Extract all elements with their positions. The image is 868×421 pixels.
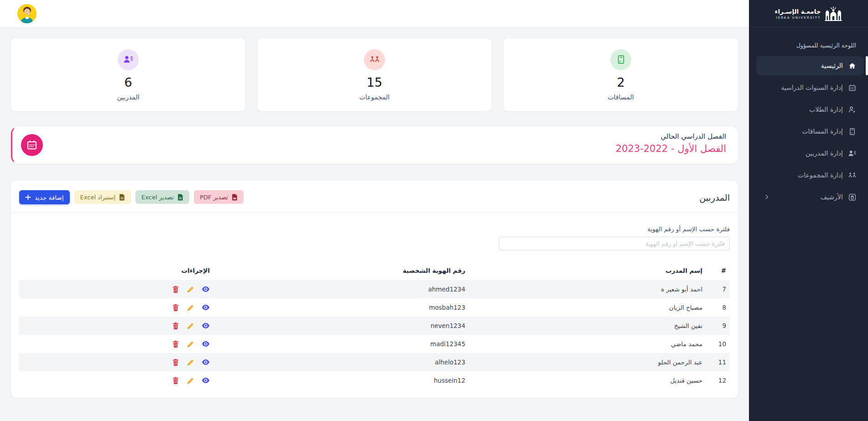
export-excel-button[interactable]: تصدير Excel xyxy=(135,190,189,204)
sidebar-item-label: إدارة الطلاب xyxy=(809,106,843,113)
trainer-name: محمد ماضي xyxy=(469,335,706,353)
row-num: 9 xyxy=(706,317,730,335)
toolbar: إضافة جديد إستيراد Excel تصدير Excel xyxy=(19,190,244,204)
edit-button[interactable] xyxy=(187,322,194,330)
edit-button[interactable] xyxy=(187,304,194,312)
semester-title: الفصل الدراسي الحالي xyxy=(616,132,726,140)
table-row: 9 نفين الشيخ neven1234 xyxy=(19,317,730,335)
page-title: المدربين xyxy=(699,192,730,203)
edit-button[interactable] xyxy=(187,340,194,348)
sidebar-item-archive[interactable]: الأرشيف xyxy=(756,187,863,207)
table-row: 11 عبد الرحمن الحلو alhelo123 xyxy=(19,353,730,371)
file-icon xyxy=(119,194,125,201)
col-header-id: رقم الهوية الشخصية xyxy=(213,263,469,280)
sidebar-section-label: اللوحة الرئيسية للمسؤول xyxy=(749,42,868,56)
trainers-section: المدربين إضافة جديد إستيراد Excel xyxy=(11,181,738,398)
students-icon xyxy=(848,105,856,114)
sidebar-item-academic-years[interactable]: إدارة السنوات الدراسية xyxy=(756,78,863,97)
home-icon xyxy=(848,62,856,70)
semester-value: الفصل الأول - 2022-2023 xyxy=(616,143,726,154)
sidebar-item-groups[interactable]: إدارة المجموعات xyxy=(756,166,863,185)
file-pdf-icon xyxy=(232,194,238,201)
sidebar-item-label: إدارة المدربين xyxy=(806,150,843,157)
import-excel-button[interactable]: إستيراد Excel xyxy=(74,190,131,204)
current-semester-card: الفصل الدراسي الحالي الفصل الأول - 2022-… xyxy=(11,126,738,164)
table-row: 12 حسين قنديل hussein12 xyxy=(19,371,730,390)
groups-icon xyxy=(364,49,385,70)
delete-button[interactable] xyxy=(172,340,179,348)
add-new-button[interactable]: إضافة جديد xyxy=(19,190,70,204)
groups-icon xyxy=(848,171,856,179)
trainer-id-number: alhelo123 xyxy=(213,353,469,371)
trainer-name: احمد أبو شعير ة xyxy=(469,280,706,298)
edit-button[interactable] xyxy=(187,286,194,293)
filter-input[interactable] xyxy=(499,237,730,250)
trainer-id-number: ahmed1234 xyxy=(213,280,469,298)
sidebar-item-students[interactable]: إدارة الطلاب xyxy=(756,100,863,119)
sidebar-item-label: إدارة السنوات الدراسية xyxy=(781,84,843,91)
university-logo[interactable]: جامعـة الإسـراء ISRAA UNIVERSITY xyxy=(749,0,868,27)
avatar-collar xyxy=(26,17,29,19)
archive-icon xyxy=(848,193,856,201)
sidebar-item-home[interactable]: الرئيسية xyxy=(756,56,863,75)
calendar-icon xyxy=(848,83,856,92)
view-button[interactable] xyxy=(202,340,210,348)
view-button[interactable] xyxy=(202,303,210,312)
university-emblem-icon xyxy=(825,6,842,21)
avatar-face xyxy=(24,9,30,15)
trainers-icon xyxy=(118,49,139,70)
main-content: 6 المدربين 15 المجموعات xyxy=(0,27,749,398)
stat-value: 2 xyxy=(617,75,624,89)
trainers-icon xyxy=(848,149,856,157)
sidebar-item-label: الأرشيف xyxy=(821,193,843,201)
sidebar-item-label: إدارة المجموعات xyxy=(798,172,843,179)
file-icon xyxy=(177,194,183,201)
view-button[interactable] xyxy=(202,376,210,385)
stat-label: المجموعات xyxy=(359,94,390,101)
col-header-num: # xyxy=(706,263,730,280)
plus-icon xyxy=(25,194,31,200)
delete-button[interactable] xyxy=(172,304,179,312)
view-button[interactable] xyxy=(202,285,210,293)
logo-title-ar: جامعـة الإسـراء xyxy=(775,8,821,15)
trainer-id-number: hussein12 xyxy=(213,371,469,390)
row-num: 11 xyxy=(706,353,730,371)
delete-button[interactable] xyxy=(172,359,179,366)
sidebar-item-courses[interactable]: إدارة المساقات xyxy=(756,122,863,141)
view-button[interactable] xyxy=(202,358,210,366)
edit-button[interactable] xyxy=(187,377,194,385)
top-header xyxy=(0,0,749,27)
stat-card-trainers: 6 المدربين xyxy=(11,38,245,111)
sidebar: جامعـة الإسـراء ISRAA UNIVERSITY اللوحة … xyxy=(749,0,868,421)
row-num: 8 xyxy=(706,298,730,317)
delete-button[interactable] xyxy=(172,377,179,385)
view-button[interactable] xyxy=(202,322,210,330)
courses-icon xyxy=(610,49,631,70)
trainer-name: حسين قنديل xyxy=(469,371,706,390)
table-row: 8 مصباح الزيان mosbah123 xyxy=(19,298,730,317)
delete-button[interactable] xyxy=(172,322,179,330)
chevron-right-icon xyxy=(764,194,770,200)
col-header-name: إسم المدرب xyxy=(469,263,706,280)
col-header-actions: الإجراءات xyxy=(19,263,213,280)
calendar-icon xyxy=(21,134,43,156)
table-row: 7 احمد أبو شعير ة ahmed1234 xyxy=(19,280,730,298)
sidebar-item-trainers[interactable]: إدارة المدربين xyxy=(756,144,863,163)
delete-button[interactable] xyxy=(172,286,179,293)
trainers-table: # إسم المدرب رقم الهوية الشخصية الإجراءا… xyxy=(19,263,730,390)
trainer-id-number: madi12345 xyxy=(213,335,469,353)
stat-card-courses: 2 المساقات xyxy=(504,38,738,111)
edit-button[interactable] xyxy=(187,359,194,366)
table-row: 10 محمد ماضي madi12345 xyxy=(19,335,730,353)
stat-value: 6 xyxy=(124,75,132,89)
row-num: 7 xyxy=(706,280,730,298)
export-pdf-button[interactable]: تصدير PDF xyxy=(194,190,244,204)
trainer-name: عبد الرحمن الحلو xyxy=(469,353,706,371)
stat-label: المدربين xyxy=(117,94,139,101)
trainer-id-number: neven1234 xyxy=(213,317,469,335)
filter-label: فلترة حسب الإسم أو رقم الهوية xyxy=(19,225,730,233)
sidebar-item-label: إدارة المساقات xyxy=(802,128,843,135)
user-avatar[interactable] xyxy=(17,4,36,23)
stat-value: 15 xyxy=(367,75,382,89)
sidebar-item-label: الرئيسية xyxy=(821,62,843,69)
